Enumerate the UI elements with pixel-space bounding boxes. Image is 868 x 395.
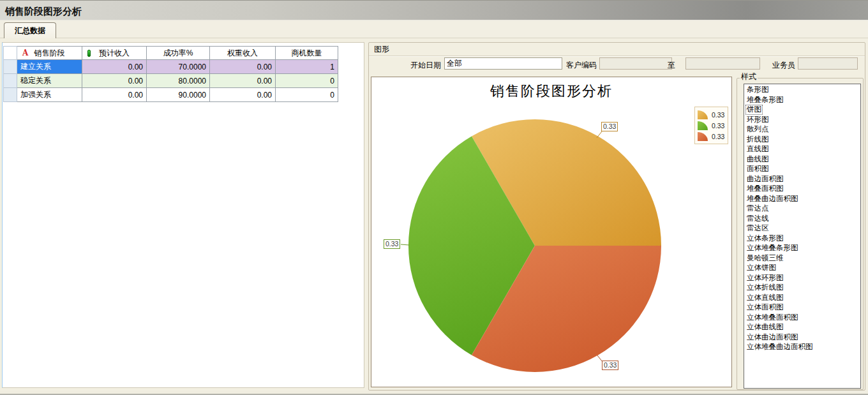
cell-count[interactable]: 0 [276, 88, 338, 102]
table-row[interactable]: 稳定关系 0.00 80.0000 0.00 0 [4, 74, 338, 88]
style-list-item[interactable]: 饼图 [745, 105, 763, 115]
style-list-item[interactable]: 堆叠面积图 [745, 184, 785, 194]
cell-rate[interactable]: 80.0000 [147, 74, 210, 88]
style-list-item[interactable]: 曼哈顿三维 [745, 253, 785, 264]
pie-chart-canvas: 销售阶段图形分析 0.33 0.33 0.33 [371, 77, 732, 387]
table-header-row: A 销售阶段 预计收入 成功率% 权重收入 商机数量 [4, 47, 338, 60]
customer-code-label: 客户编码 [562, 59, 597, 71]
styles-groupbox: 样式 条形图堆叠条形图饼图环形图散列点折线图直线图曲线图面积图曲边面积图堆叠面积… [737, 78, 864, 390]
style-list-item[interactable]: 立体环形图 [745, 273, 785, 283]
row-indicator[interactable] [4, 60, 17, 74]
summary-table-panel: A 销售阶段 预计收入 成功率% 权重收入 商机数量 建立关系 0.00 70.… [2, 42, 364, 388]
style-list-item[interactable]: 面积图 [745, 164, 770, 174]
window-title: 销售阶段图形分析 [5, 6, 82, 18]
cell-rate[interactable]: 70.0000 [147, 60, 210, 74]
filter-bar-icon [87, 50, 91, 57]
cell-weighted[interactable]: 0.00 [210, 74, 276, 88]
row-indicator[interactable] [4, 74, 17, 88]
style-list-item[interactable]: 立体曲线图 [745, 322, 785, 332]
style-list-item[interactable]: 直线图 [745, 144, 770, 154]
legend-swatch-orange-icon [698, 110, 708, 119]
style-list-item[interactable]: 立体折线图 [745, 283, 785, 293]
tab-summary-data[interactable]: 汇总数据 [4, 22, 56, 38]
style-list-item[interactable]: 雷达区 [745, 223, 770, 234]
legend-item: 0.33 [698, 109, 724, 120]
cell-expected[interactable]: 0.00 [82, 74, 147, 88]
style-list-item[interactable]: 立体条形图 [745, 234, 785, 244]
cell-expected[interactable]: 0.00 [82, 60, 147, 74]
slice-value-label: 0.33 [601, 122, 618, 131]
sales-stage-table: A 销售阶段 预计收入 成功率% 权重收入 商机数量 建立关系 0.00 70.… [3, 46, 338, 102]
styles-groupbox-caption: 样式 [740, 71, 758, 82]
to-label: 至 [666, 59, 675, 71]
style-list-item[interactable]: 曲线图 [745, 154, 770, 165]
style-list-item[interactable]: 雷达线 [745, 214, 770, 224]
column-header-opportunity-count[interactable]: 商机数量 [276, 47, 338, 60]
column-header-expected-income[interactable]: 预计收入 [82, 47, 147, 60]
groupbox-separator [369, 56, 865, 57]
row-indicator-header [4, 47, 17, 60]
chart-legend: 0.33 0.33 0.33 [694, 107, 728, 144]
slice-value-label: 0.33 [602, 361, 618, 370]
customer-code-to-input[interactable] [685, 57, 760, 70]
table-row[interactable]: 建立关系 0.00 70.0000 0.00 1 [4, 60, 338, 74]
style-list-item[interactable]: 曲边面积图 [745, 174, 785, 184]
start-date-label: 开始日期 [396, 59, 441, 71]
salesman-input[interactable] [798, 57, 858, 70]
row-indicator[interactable] [4, 88, 17, 102]
style-list-item[interactable]: 折线图 [745, 135, 770, 145]
style-list-item[interactable]: 散列点 [745, 124, 770, 135]
slice-value-label: 0.33 [384, 239, 400, 249]
start-date-input[interactable] [444, 57, 562, 70]
style-list-item[interactable]: 立体饼图 [745, 263, 777, 273]
sort-marker-icon: A [22, 48, 28, 57]
column-header-weighted-income[interactable]: 权重收入 [210, 47, 276, 60]
customer-code-input[interactable] [599, 57, 672, 70]
style-list-item[interactable]: 立体面积图 [745, 302, 785, 313]
legend-item: 0.33 [698, 131, 724, 142]
style-list-item[interactable]: 立体曲边面积图 [745, 332, 800, 343]
tab-bar: 汇总数据 [0, 20, 868, 38]
style-list-item[interactable]: 立体堆叠条形图 [745, 243, 800, 253]
cell-count[interactable]: 0 [276, 74, 338, 88]
legend-swatch-green-icon [698, 121, 708, 130]
column-header-stage[interactable]: A 销售阶段 [17, 47, 82, 60]
style-list-item[interactable]: 雷达点 [745, 204, 770, 214]
style-list-item[interactable]: 条形图 [745, 85, 770, 95]
style-list-item[interactable]: 堆叠条形图 [745, 95, 785, 105]
pie-chart-svg [371, 77, 733, 388]
cell-rate[interactable]: 90.0000 [147, 88, 210, 102]
style-list-item[interactable]: 环形图 [745, 115, 770, 125]
salesman-label: 业务员 [770, 59, 795, 71]
legend-swatch-red-icon [698, 132, 708, 141]
cell-weighted[interactable]: 0.00 [210, 60, 276, 74]
cell-weighted[interactable]: 0.00 [210, 88, 276, 102]
cell-count[interactable]: 1 [276, 60, 338, 74]
legend-item: 0.33 [698, 120, 724, 131]
cell-expected[interactable]: 0.00 [82, 88, 147, 102]
leader-line-orange [597, 131, 602, 138]
style-list-item[interactable]: 堆叠曲边面积图 [745, 194, 800, 204]
style-list-item[interactable]: 立体堆叠面积图 [745, 313, 800, 323]
cell-stage[interactable]: 稳定关系 [17, 74, 82, 88]
table-row[interactable]: 加强关系 0.00 90.0000 0.00 0 [4, 88, 338, 102]
cell-stage[interactable]: 加强关系 [17, 88, 82, 102]
leader-line-green [401, 244, 409, 245]
bottom-strip [0, 391, 868, 395]
graph-groupbox-caption: 图形 [373, 44, 391, 55]
window-titlebar: 销售阶段图形分析 [0, 0, 868, 20]
style-list: 条形图堆叠条形图饼图环形图散列点折线图直线图曲线图面积图曲边面积图堆叠面积图堆叠… [744, 84, 861, 389]
cell-stage[interactable]: 建立关系 [17, 60, 82, 74]
style-list-item[interactable]: 立体直线图 [745, 293, 785, 303]
column-header-success-rate[interactable]: 成功率% [147, 47, 210, 60]
style-list-item[interactable]: 立体堆叠曲边面积图 [745, 342, 814, 352]
